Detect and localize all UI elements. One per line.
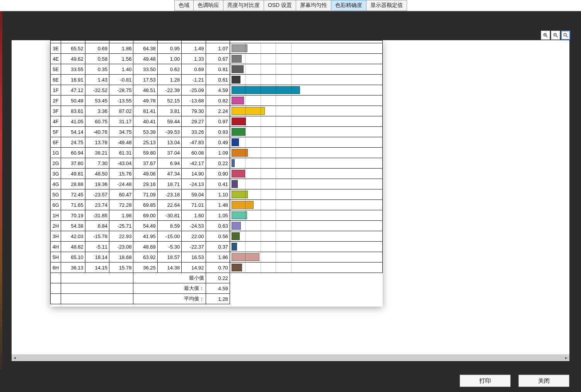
summary-row-avg: 平均值：1.28 [51,294,383,304]
summary-label: 平均值： [133,294,206,304]
svg-line-5 [556,36,558,37]
table-row: 1F47.12-32.52-28.7548.51-22.39-25.094.59 [51,85,383,95]
table-row: 5F54.14-40.7634.7553.39-39.5333.260.93 [51,127,383,137]
tab-3[interactable]: OSD 设置 [264,0,296,11]
table-row: 4H48.82-5.11-23.0848.69-5.30-22.370.37 [51,242,383,252]
table-row: 2G37.807.30-43.0437.676.94-42.170.22 [51,158,383,169]
window-edge-decoration [0,11,2,388]
bar-cell [230,43,382,54]
bar-cell [230,179,382,189]
color-accuracy-table: 3E65.520.691.8664.380.951.491.074E49.620… [50,40,383,304]
bar-cell [230,85,382,95]
table-row: 2F50.4953.45-13.5549.7852.15-13.680.82 [51,95,383,106]
horizontal-scrollbar[interactable]: ◄ ► [12,354,569,361]
scroll-left-icon[interactable]: ◄ [12,355,18,361]
summary-row-max: 最大值：4.59 [51,283,383,294]
zoom-in-icon[interactable] [541,31,550,40]
tab-6[interactable]: 显示器额定值 [366,0,407,11]
bar-cell [230,116,382,127]
table-row: 3E65.520.691.8664.380.951.491.07 [51,43,383,54]
bar-cell [230,127,382,137]
bar-cell [230,64,382,75]
table-row: 5H65.1018.1418.6863.9218.5716.531.86 [51,252,383,262]
tab-5[interactable]: 色彩精确度 [331,0,366,11]
bar-cell [230,75,382,85]
bar-cell [230,210,382,221]
zoom-toolbox [541,31,570,40]
bar-cell [230,95,382,106]
table-row: 4F41.0560.7531.1740.4159.4429.270.97 [51,116,383,127]
summary-value: 4.59 [206,283,230,294]
bar-cell [230,189,382,200]
svg-line-1 [546,36,548,37]
table-row: 4E49.620.581.5649.481.001.330.67 [51,54,383,64]
document-viewport: 3E65.520.691.8664.380.951.491.074E49.620… [12,40,569,361]
table-row: 6E16.911.43-0.8117.531.28-1.210.61 [51,75,383,85]
table-row: 4G28.8819.36-24.4829.1618.71-24.130.41 [51,179,383,189]
close-button[interactable]: 关闭 [518,375,569,387]
table-row: 5E33.550.351.4033.500.620.690.81 [51,64,383,75]
summary-value: 1.28 [206,294,230,304]
tab-bar: 色域色调响应亮度与对比度OSD 设置屏幕均匀性色彩精确度显示器额定值 [0,0,581,11]
bar-cell [230,242,382,252]
footer-bar: 打印 关闭 [0,370,581,392]
table-row: 1H70.19-31.851.9869.00-30.811.601.05 [51,210,383,221]
tab-0[interactable]: 色域 [174,0,194,11]
table-row: 3H42.03-15.7822.9341.95-15.0022.000.56 [51,231,383,242]
table-row: 6F24.7513.78-49.4825.1313.04-47.830.49 [51,137,383,148]
bar-cell [230,148,382,158]
print-button[interactable]: 打印 [460,375,511,387]
table-row: 6H36.1314.1515.7836.2514.3814.920.70 [51,262,383,273]
table-row: 3G49.8148.5015.7649.0647.3414.900.90 [51,169,383,179]
bar-cell [230,158,382,169]
scroll-right-icon[interactable]: ► [563,355,569,361]
summary-value: 0.22 [206,273,230,283]
bar-cell [230,231,382,242]
bar-cell [230,54,382,64]
bar-cell [230,169,382,179]
table-row: 6G71.6523.7472.2869.8522.6471.011.48 [51,200,383,210]
tab-1[interactable]: 色调响应 [193,0,223,11]
table-row: 5G72.45-23.5760.4771.09-23.1859.041.10 [51,189,383,200]
bar-cell [230,221,382,231]
bar-cell [230,106,382,116]
svg-line-8 [566,36,568,37]
table-row: 2H54.388.84-25.7154.498.59-24.530.63 [51,221,383,231]
zoom-out-icon[interactable] [551,31,560,40]
svg-point-7 [564,33,566,36]
tab-4[interactable]: 屏幕均匀性 [296,0,331,11]
table-row: 1G60.9438.2161.3159.8037.0460.081.09 [51,148,383,158]
zoom-fit-icon[interactable] [561,31,570,40]
bar-cell [230,137,382,148]
table-row: 3F83.613.3687.0281.413.8179.302.24 [51,106,383,116]
bar-cell [230,200,382,210]
bar-cell [230,262,382,273]
summary-row-min: 最小值0.22 [51,273,383,283]
bar-cell [230,252,382,262]
summary-label: 最大值： [133,283,206,294]
summary-label: 最小值 [133,273,206,283]
tab-2[interactable]: 亮度与对比度 [223,0,264,11]
report-page: 3E65.520.691.8664.380.951.491.074E49.620… [50,40,383,307]
